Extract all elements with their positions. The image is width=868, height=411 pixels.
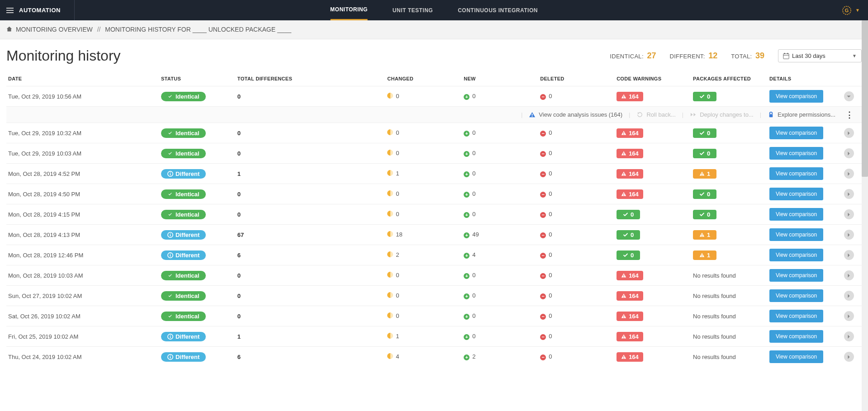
expand-row-button[interactable] [844, 311, 854, 321]
minus-icon: − [540, 93, 546, 100]
table-row[interactable]: Mon, Oct 28, 2019 12:46 PMDifferent62+4−… [6, 245, 862, 265]
expand-row-button[interactable] [844, 209, 854, 219]
view-comparison-button[interactable]: View comparison [769, 167, 823, 180]
expand-row-button[interactable] [844, 291, 854, 301]
table-row[interactable]: Mon, Oct 28, 2019 4:50 PMIdentical00+0−0… [6, 184, 862, 204]
table-row[interactable]: Fri, Oct 25, 2019 10:02 AMDifferent11+0−… [6, 326, 862, 347]
svg-rect-6 [623, 96, 624, 97]
view-comparison-button[interactable]: View comparison [769, 127, 823, 139]
cell-new: 0 [472, 170, 475, 177]
table-row[interactable]: Mon, Oct 28, 2019 4:13 PMDifferent6718+4… [6, 225, 862, 245]
ok-pill: 0 [693, 149, 716, 158]
expand-row-button[interactable] [844, 91, 854, 101]
view-comparison-button[interactable]: View comparison [769, 269, 823, 282]
plus-icon: + [464, 272, 470, 279]
gear-icon: G [841, 5, 853, 16]
tab-continuous-integration[interactable]: CONTINUOUS INTEGRATION [458, 1, 538, 20]
minus-icon: − [540, 313, 546, 320]
action-rollback: Roll back... [630, 109, 682, 120]
minus-icon: − [540, 231, 546, 238]
tab-monitoring[interactable]: MONITORING [330, 0, 368, 20]
more-actions-icon[interactable]: ⋮ [842, 110, 857, 120]
action-code-analysis[interactable]: View code analysis issues (164) [522, 109, 629, 120]
plus-icon: + [464, 170, 470, 177]
status-badge-identical: Identical [161, 210, 206, 219]
action-permissions[interactable]: Explore permissions... [761, 109, 842, 120]
changed-icon [387, 312, 393, 320]
expand-row-button[interactable] [844, 270, 854, 280]
ok-pill: 0 [693, 210, 716, 219]
view-comparison-button[interactable]: View comparison [769, 188, 823, 200]
cell-total-diff: 1 [237, 170, 241, 177]
table-row[interactable]: Tue, Oct 29, 2019 10:32 AMIdentical00+0−… [6, 123, 862, 143]
cell-total-diff: 0 [237, 191, 241, 198]
table-row[interactable]: Thu, Oct 24, 2019 10:02 AMDifferent64+2−… [6, 347, 862, 367]
table-row[interactable]: Tue, Oct 29, 2019 10:03 AMIdentical00+0−… [6, 143, 862, 164]
svg-rect-34 [623, 275, 624, 276]
view-comparison-button[interactable]: View comparison [769, 208, 823, 221]
table-row[interactable]: Mon, Oct 28, 2019 4:52 PMDifferent11+0−0… [6, 164, 862, 184]
warning-pill: 164 [617, 312, 643, 321]
home-icon [6, 26, 12, 33]
page-title: Monitoring history [6, 47, 121, 64]
view-comparison-button[interactable]: View comparison [769, 90, 823, 103]
menu-icon[interactable] [6, 8, 14, 13]
table-row[interactable]: Mon, Oct 28, 2019 10:03 AMIdentical00+0−… [6, 265, 862, 286]
view-comparison-button[interactable]: View comparison [769, 147, 823, 160]
expand-row-button[interactable] [844, 250, 854, 260]
tab-unit-testing[interactable]: UNIT TESTING [393, 1, 433, 20]
svg-rect-48 [623, 356, 624, 358]
expand-row-button[interactable] [844, 352, 854, 362]
expand-row-button[interactable] [844, 189, 854, 199]
user-menu[interactable]: G ▼ [841, 5, 868, 16]
cell-new: 0 [472, 190, 475, 197]
table-row[interactable]: Mon, Oct 28, 2019 4:15 PMIdentical00+0−0… [6, 204, 862, 225]
cell-total-diff: 67 [237, 231, 244, 238]
cell-changed: 1 [396, 170, 399, 177]
svg-rect-36 [623, 295, 624, 297]
warning-pill: 164 [617, 149, 643, 158]
view-comparison-button[interactable]: View comparison [769, 249, 823, 261]
plus-icon: + [464, 211, 470, 218]
view-comparison-button[interactable]: View comparison [769, 289, 823, 302]
expand-row-button[interactable] [844, 148, 854, 158]
cell-changed: 0 [396, 312, 399, 319]
expand-row-button[interactable] [844, 128, 854, 138]
svg-rect-47 [170, 355, 171, 356]
rollback-icon [636, 111, 643, 118]
status-badge-identical: Identical [161, 312, 206, 321]
warning-pill: 164 [617, 271, 643, 280]
date-range-filter[interactable]: Last 30 days ▼ [778, 49, 862, 62]
scrollbar[interactable] [862, 20, 868, 373]
svg-rect-23 [623, 195, 624, 196]
breadcrumb-current: MONITORING HISTORY FOR ____ UNLOCKED PAC… [105, 26, 291, 33]
table-row[interactable]: Sat, Oct 26, 2019 10:02 AMIdentical00+0−… [6, 306, 862, 326]
svg-rect-26 [170, 233, 171, 234]
svg-rect-35 [623, 276, 624, 277]
svg-rect-9 [532, 116, 533, 117]
breadcrumb-root[interactable]: MONITORING OVERVIEW [16, 26, 93, 33]
expand-row-button[interactable] [844, 230, 854, 240]
expand-row-button[interactable] [844, 331, 854, 341]
view-comparison-button[interactable]: View comparison [769, 228, 823, 241]
minus-icon: − [540, 130, 546, 137]
cell-total-diff: 0 [237, 293, 241, 299]
cell-date: Fri, Oct 25, 2019 10:02 AM [6, 326, 159, 347]
cell-changed: 0 [396, 93, 399, 99]
svg-rect-33 [702, 256, 702, 257]
view-comparison-button[interactable]: View comparison [769, 330, 823, 343]
view-comparison-button[interactable]: View comparison [769, 310, 823, 322]
svg-rect-31 [170, 254, 171, 255]
cell-total-diff: 0 [237, 130, 241, 137]
cell-changed: 1 [396, 333, 399, 340]
cell-date: Mon, Oct 28, 2019 12:46 PM [6, 245, 159, 265]
svg-rect-10 [769, 114, 773, 118]
table-row[interactable]: Sun, Oct 27, 2019 10:02 AMIdentical00+0−… [6, 286, 862, 306]
date-filter-label: Last 30 days [792, 52, 825, 59]
table-row[interactable]: Tue, Oct 29, 2019 10:56 AMIdentical00+0−… [6, 86, 862, 107]
expand-row-button[interactable] [844, 169, 854, 179]
view-comparison-button[interactable]: View comparison [769, 350, 823, 363]
svg-rect-13 [623, 153, 624, 154]
ok-pill: 0 [617, 230, 640, 240]
changed-icon [387, 190, 393, 198]
